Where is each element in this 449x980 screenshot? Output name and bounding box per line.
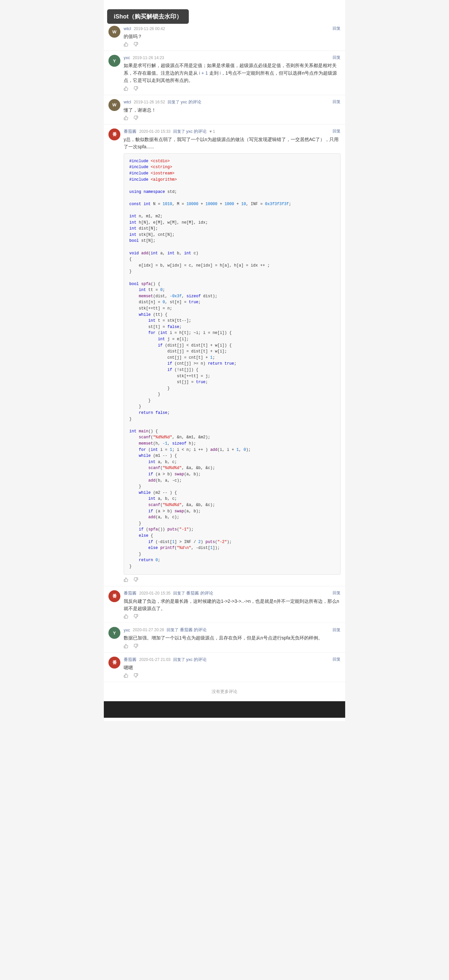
comment-content: 番茄酱 2020-01-20 15:35 回复了 番茄酱 的评论 回复 我反向建…	[124, 590, 340, 619]
comment-actions	[124, 86, 340, 91]
comment-header: yxc 2019-11-26 14:23 回复	[124, 55, 340, 60]
comment-header: 番茄酱 2020-01-20 15:35 回复了 番茄酱 的评论 回复	[124, 590, 340, 596]
reply-to-label: 回复了 番茄酱 的评论	[167, 627, 207, 633]
comment-item: 番 番茄酱 2020-01-20 15:35 回复了 番茄酱 的评论 回复 我反…	[104, 586, 345, 623]
bottom-bar	[104, 701, 345, 718]
dislike-button[interactable]	[134, 116, 138, 120]
username: 番茄酱	[124, 590, 137, 596]
comment-item: W wtcl 2019-11-26 16:52 回复了 yxc 的评论 回复 懂…	[104, 95, 345, 124]
comment-item: W wtcl 2019-11-26 00:42 回复 的值吗？	[104, 22, 345, 51]
comment-header: 番茄酱 2020-01-27 21:03 回复了 yxc 的评论 回复	[124, 657, 340, 663]
comment-actions	[124, 644, 340, 648]
comment-content: yxc 2020-01-27 20:28 回复了 番茄酱 的评论 回复 数据已加…	[124, 627, 340, 648]
reply-to-label: 回复了 番茄酱 的评论	[173, 590, 213, 596]
reply-to-label: 回复了 yxc 的评论	[168, 99, 201, 105]
comment-text: 如果是求可行解，超级源点不用是定值；如果是求最值，超级源点必须是定值，否则所有关…	[124, 62, 340, 84]
comment-actions	[124, 614, 340, 619]
timestamp: 2020-01-27 21:03	[139, 657, 171, 662]
reply-to-user: 番茄酱 的评论	[180, 627, 207, 632]
code-inline: i	[220, 70, 221, 76]
like-button[interactable]	[124, 614, 128, 619]
comment-header: wtcl 2019-11-26 00:42 回复	[124, 26, 340, 31]
comment-actions	[124, 116, 340, 120]
avatar: W	[109, 26, 120, 38]
avatar: Y	[109, 627, 120, 639]
comment-item: 番 番茄酱 2020-01-27 21:03 回复了 yxc 的评论 回复 嗯嗯	[104, 653, 345, 682]
comment-text: y总，貌似数据有点弱了，我写了一个以n为超级源点的做法（写完发现逻辑错了，一交居…	[124, 136, 340, 151]
comment-content: wtcl 2019-11-26 00:42 回复 的值吗？	[124, 26, 340, 46]
dislike-button[interactable]	[134, 673, 138, 678]
comment-content: yxc 2019-11-26 14:23 回复 如果是求可行解，超级源点不用是定…	[124, 55, 340, 91]
avatar: Y	[109, 55, 120, 67]
reply-to-user: yxc 的评论	[186, 657, 207, 662]
comment-content: wtcl 2019-11-26 16:52 回复了 yxc 的评论 回复 懂了，…	[124, 99, 340, 120]
reply-button[interactable]: 回复	[332, 99, 340, 105]
dislike-button[interactable]	[134, 614, 138, 619]
like-count: ♥ 1	[209, 129, 215, 134]
reply-button[interactable]: 回复	[332, 26, 340, 31]
avatar: 番	[109, 657, 120, 668]
reply-button[interactable]: 回复	[332, 55, 340, 60]
code-block: #include <cstdio> #include <cstring> #in…	[124, 153, 340, 575]
reply-to-user: yxc 的评论	[186, 129, 207, 134]
timestamp: 2020-01-27 20:28	[133, 628, 164, 632]
reply-to-label: 回复了 yxc 的评论	[173, 129, 207, 134]
username: wtcl	[124, 99, 131, 104]
reply-button[interactable]: 回复	[332, 657, 340, 662]
page-container: iShot（购买解锁去水印） W wtcl 2019-11-26 00:42 回…	[104, 0, 345, 721]
comment-content: 番茄酱 2020-01-20 15:33 回复了 yxc 的评论 ♥ 1 回复 …	[124, 129, 340, 582]
comment-text: 嗯嗯	[124, 664, 340, 671]
username: yxc	[124, 628, 130, 633]
like-button[interactable]	[124, 578, 128, 582]
comment-item: Y yxc 2019-11-26 14:23 回复 如果是求可行解，超级源点不用…	[104, 51, 345, 95]
username: 番茄酱	[124, 657, 137, 663]
like-button[interactable]	[124, 116, 128, 120]
comment-text: 数据已加强。增加了一个以1号点为超级源点，且存在负环，但是从n号点进行spfa无…	[124, 634, 340, 641]
comment-header: 番茄酱 2020-01-20 15:33 回复了 yxc 的评论 ♥ 1 回复	[124, 129, 340, 134]
like-button[interactable]	[124, 42, 128, 46]
comment-header: wtcl 2019-11-26 16:52 回复了 yxc 的评论 回复	[124, 99, 340, 105]
no-more-label: 没有更多评论	[104, 682, 345, 701]
code-inline: i + 1	[199, 70, 208, 76]
timestamp: 2019-11-26 14:23	[133, 56, 164, 60]
comment-text: 我反向建了负边，求的是最长路，这时候建的边1->2->3->..->n，也是就是…	[124, 598, 340, 612]
username: 番茄酱	[124, 129, 137, 134]
dislike-button[interactable]	[134, 578, 138, 582]
dislike-button[interactable]	[134, 42, 138, 46]
reply-button[interactable]: 回复	[332, 129, 340, 134]
comment-item: Y yxc 2020-01-27 20:28 回复了 番茄酱 的评论 回复 数据…	[104, 623, 345, 652]
watermark-area: iShot（购买解锁去水印）	[104, 3, 345, 22]
comment-item: 番 番茄酱 2020-01-20 15:33 回复了 yxc 的评论 ♥ 1 回…	[104, 124, 345, 586]
timestamp: 2020-01-20 15:35	[139, 591, 171, 595]
avatar: 番	[109, 129, 120, 140]
timestamp: 2020-01-20 15:33	[139, 129, 171, 134]
watermark-banner: iShot（购买解锁去水印）	[107, 9, 189, 24]
comment-header: yxc 2020-01-27 20:28 回复了 番茄酱 的评论 回复	[124, 627, 340, 633]
reply-to-user: 番茄酱 的评论	[186, 590, 213, 595]
comment-actions	[124, 673, 340, 678]
timestamp: 2019-11-26 16:52	[134, 100, 165, 104]
reply-button[interactable]: 回复	[332, 590, 340, 596]
comment-content: 番茄酱 2020-01-27 21:03 回复了 yxc 的评论 回复 嗯嗯	[124, 657, 340, 678]
comment-text: 懂了，谢谢总！	[124, 107, 340, 114]
dislike-button[interactable]	[134, 644, 138, 648]
comment-actions	[124, 42, 340, 46]
comment-text: 的值吗？	[124, 33, 340, 40]
username: yxc	[124, 55, 130, 60]
avatar: W	[109, 99, 120, 111]
avatar: 番	[109, 590, 120, 602]
reply-button[interactable]: 回复	[332, 627, 340, 633]
dislike-button[interactable]	[134, 86, 138, 91]
username: wtcl	[124, 26, 131, 31]
comment-actions	[124, 578, 340, 582]
like-button[interactable]	[124, 644, 128, 648]
like-button[interactable]	[124, 86, 128, 91]
like-button[interactable]	[124, 673, 128, 678]
reply-to-label: 回复了 yxc 的评论	[173, 657, 207, 663]
timestamp: 2019-11-26 00:42	[134, 26, 165, 31]
reply-to-user: yxc 的评论	[181, 99, 201, 104]
